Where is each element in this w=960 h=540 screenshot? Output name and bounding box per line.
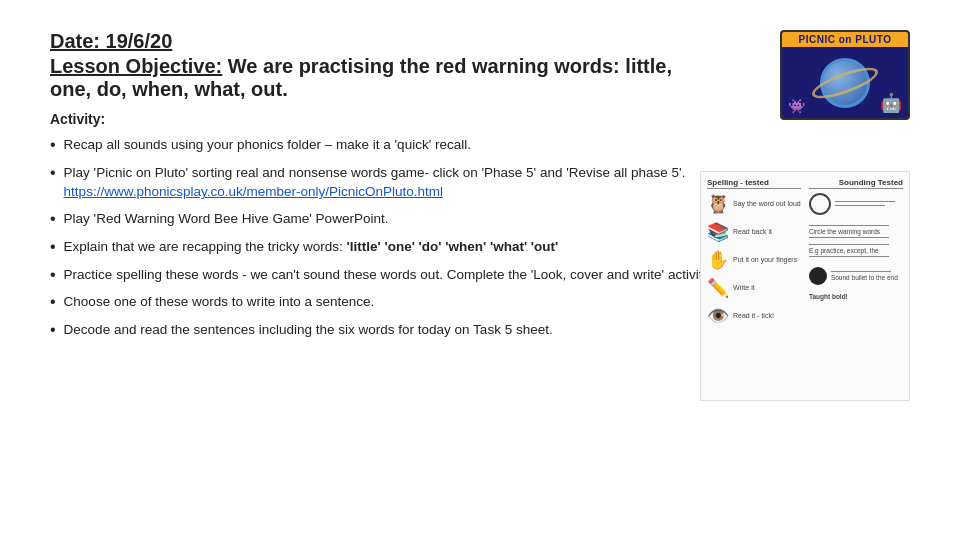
robot-icon: 🤖 xyxy=(880,92,902,114)
right-lines-1 xyxy=(835,201,895,206)
eye-icon: 👁️ xyxy=(707,305,729,327)
right-col: Circle the warning words E.g practice, e… xyxy=(809,193,903,327)
line-2 xyxy=(809,237,889,238)
task-row-5: 👁️ Read it - tick! xyxy=(707,305,801,327)
lesson-text: We are practising the red warning words:… xyxy=(228,55,672,77)
picnic-pluto-image: PICNIC on PLUTO 🤖 👾 xyxy=(780,30,910,120)
bullet-7-text: Decode and read the sentences including … xyxy=(64,320,553,340)
line-3 xyxy=(809,244,889,245)
book-icon: 📚 xyxy=(707,221,729,243)
alien-icon: 👾 xyxy=(788,98,805,114)
task-instruction-4: Write it xyxy=(733,284,755,291)
line-1 xyxy=(809,225,889,226)
spelling-label: Spelling - tested xyxy=(707,178,801,189)
right-lines-group: Circle the warning words E.g practice, e… xyxy=(809,225,903,257)
phonics-link[interactable]: https://www.phonicsplay.co.uk/member-onl… xyxy=(64,184,443,199)
practice-label: E.g practice, except, the xyxy=(809,247,903,254)
task-row-1: 🦉 Say the word out loud xyxy=(707,193,801,215)
task-instruction-1: Say the word out loud xyxy=(733,200,801,207)
owl-icon: 🦉 xyxy=(707,193,729,215)
task-instruction-2: Read back it xyxy=(733,228,772,235)
dot-line xyxy=(831,271,891,272)
lesson-label: Lesson Objective: xyxy=(50,55,222,77)
sound-label: Sound bullet to the end xyxy=(831,271,898,281)
task-sheet-header-row: Spelling - tested Sounding Tested xyxy=(707,178,903,189)
hand-icon: ✋ xyxy=(707,249,729,271)
bullet-4-text: Explain that we are recapping the tricky… xyxy=(64,237,559,257)
task-row-2: 📚 Read back it xyxy=(707,221,801,243)
list-item: Recap all sounds using your phonics fold… xyxy=(50,135,910,156)
picnic-graphic: 🤖 👾 xyxy=(782,47,908,118)
circle-shape xyxy=(809,193,831,215)
left-col: 🦉 Say the word out loud 📚 Read back it ✋… xyxy=(707,193,801,327)
task-sheet-body: 🦉 Say the word out loud 📚 Read back it ✋… xyxy=(707,193,903,327)
dot-row: Sound bullet to the end xyxy=(809,267,903,285)
taught-bold: Taught bold! xyxy=(809,293,903,300)
bullet-3-text: Play 'Red Warning Word Bee Hive Game' Po… xyxy=(64,209,389,229)
task-row-3: ✋ Put it on your fingers xyxy=(707,249,801,271)
line-4 xyxy=(809,256,889,257)
circle-warning-label: Circle the warning words xyxy=(809,228,903,235)
bullet-6-text: Choose one of these words to write into … xyxy=(64,292,375,312)
bullet-5-text: Practice spelling these words - we can't… xyxy=(64,265,811,285)
task-instruction-3: Put it on your fingers xyxy=(733,256,797,263)
header-section: PICNIC on PLUTO 🤖 👾 Date: 19/6/20 Lesson… xyxy=(50,30,910,101)
task-sheet-image: Spelling - tested Sounding Tested 🦉 Say … xyxy=(700,171,910,401)
picnic-title: PICNIC on PLUTO xyxy=(782,32,908,47)
bullet-2-text: Play 'Picnic on Pluto' sorting real and … xyxy=(64,163,686,202)
tricky-words: 'little' 'one' 'do' 'when' 'what' 'out' xyxy=(347,239,559,254)
pencil-icon: ✏️ xyxy=(707,277,729,299)
sound-bullet-label: Sound bullet to the end xyxy=(831,274,898,281)
circle-row xyxy=(809,193,903,215)
main-content: PICNIC on PLUTO 🤖 👾 Date: 19/6/20 Lesson… xyxy=(50,30,910,341)
bullet-1-text: Recap all sounds using your phonics fold… xyxy=(64,135,471,155)
sounding-label: Sounding Tested xyxy=(809,178,903,189)
task-instruction-5: Read it - tick! xyxy=(733,312,774,319)
dot-shape xyxy=(809,267,827,285)
task-row-4: ✏️ Write it xyxy=(707,277,801,299)
